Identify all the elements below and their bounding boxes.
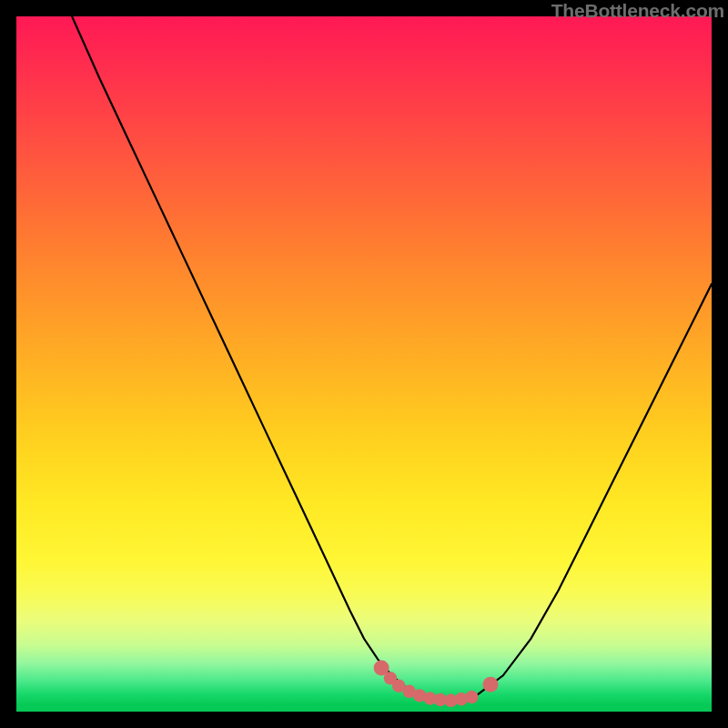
curve-marker xyxy=(465,691,478,703)
bottleneck-curve-line xyxy=(72,16,712,701)
bottleneck-curve-svg xyxy=(16,16,712,712)
curve-marker xyxy=(483,677,499,693)
curve-markers xyxy=(374,660,499,707)
plot-area xyxy=(16,16,712,712)
watermark-label: TheBottleneck.com xyxy=(551,0,724,22)
chart-frame: TheBottleneck.com xyxy=(0,0,728,728)
